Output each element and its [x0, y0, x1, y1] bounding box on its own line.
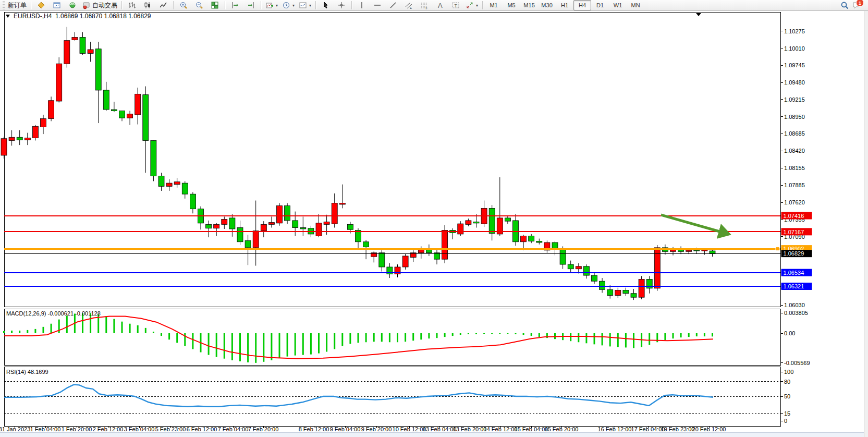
rsi-axis-label: 100	[784, 369, 793, 375]
candle-body	[25, 138, 30, 140]
chart-window[interactable]: 1.102751.100101.097451.094801.092151.089…	[0, 11, 868, 437]
text-label-icon[interactable]: T	[448, 0, 463, 10]
timeframe-d1[interactable]: D1	[591, 0, 609, 10]
line-chart-icon[interactable]	[155, 0, 171, 10]
timeframe-h1[interactable]: H1	[556, 0, 573, 10]
main-panel	[5, 13, 781, 307]
price-tag-label: 1.07167	[784, 229, 804, 235]
time-axis-label: 9 Feb 20:00	[361, 426, 392, 432]
time-axis-label: 1 Feb 20:00	[62, 426, 92, 432]
auto-scroll-icon[interactable]	[227, 0, 243, 10]
timeframe-m5[interactable]: M5	[503, 0, 520, 10]
rsi-axis-label: 0	[784, 418, 787, 424]
history-center-icon[interactable]	[33, 0, 49, 10]
arrows-icon	[466, 1, 474, 9]
time-axis-label: 15 Feb 20:00	[545, 426, 579, 432]
time-axis-label: 14 Feb 12:00	[484, 426, 518, 432]
autotrade-button[interactable]: 自动交易	[80, 0, 119, 10]
zoom-out-icon[interactable]	[191, 0, 207, 10]
timeframe-h4[interactable]: H4	[573, 0, 591, 10]
trendline-icon[interactable]	[385, 0, 401, 10]
charts-window-icon[interactable]	[49, 0, 65, 10]
timeframe-w1[interactable]: W1	[609, 0, 627, 10]
candle-body	[41, 118, 46, 127]
price-tag-label: 1.06829	[784, 250, 804, 257]
crosshair-icon	[337, 1, 346, 9]
period-icon	[282, 1, 290, 9]
tile-windows-icon	[211, 1, 219, 9]
bar-chart-icon[interactable]	[124, 0, 140, 10]
price-axis-label: 1.08950	[784, 114, 805, 120]
text-icon: A	[436, 1, 444, 9]
time-axis-label: 5 Feb 23:00	[155, 426, 186, 432]
zoom-out-icon	[195, 1, 203, 9]
timeframe-mn[interactable]: MN	[627, 0, 644, 10]
time-axis-label: 15 Feb 04:00	[515, 426, 548, 432]
candle-body	[686, 250, 692, 251]
notifications-button[interactable]: 1	[852, 1, 861, 9]
candle-body	[694, 250, 700, 251]
macd-panel	[5, 309, 781, 366]
chart-shift-icon[interactable]	[243, 0, 259, 10]
candle-body	[332, 203, 337, 224]
time-axis-label: 19 Feb 23:00	[661, 426, 695, 432]
search-icon	[840, 1, 849, 9]
timeframe-m1[interactable]: M1	[485, 0, 503, 10]
chevron-down-icon: ▾	[309, 3, 311, 8]
search-button[interactable]	[837, 0, 852, 10]
bar-chart-icon	[128, 1, 136, 9]
candle-body	[1, 139, 7, 155]
text-icon[interactable]: A	[432, 0, 448, 10]
timeframe-m15[interactable]: M15	[520, 0, 538, 10]
zoom-in-icon	[179, 1, 188, 9]
candle-body	[489, 208, 495, 233]
fibonacci-icon[interactable]: F	[417, 0, 432, 10]
price-axis-label: 1.08155	[784, 165, 805, 171]
candle-body	[88, 50, 93, 53]
trendline-icon	[389, 1, 397, 9]
candle-body	[214, 224, 219, 228]
template-icon[interactable]: ▾	[297, 0, 313, 10]
horizontal-line-icon[interactable]	[370, 0, 385, 10]
cursor-icon[interactable]	[318, 0, 334, 10]
price-axis-label: 1.09745	[784, 62, 805, 68]
candle-body	[576, 266, 581, 269]
arrows-icon[interactable]: ▾	[463, 0, 480, 10]
candle-body	[135, 94, 141, 115]
tile-windows-icon[interactable]	[207, 0, 223, 10]
new-order-button[interactable]: 新订单	[6, 0, 29, 10]
time-axis-label: 7 Feb 20:00	[248, 426, 279, 432]
rsi-axis-label: 80	[784, 379, 790, 385]
candle-body	[607, 289, 613, 295]
time-axis-label: 16 Feb 12:00	[598, 426, 632, 432]
candle-body	[80, 37, 85, 53]
line-chart-icon	[159, 1, 167, 9]
indicators-icon[interactable]: ▾	[263, 0, 280, 10]
vertical-line-icon[interactable]	[354, 0, 370, 10]
chart-canvas[interactable]: 1.102751.100101.097451.094801.092151.089…	[0, 11, 868, 437]
candle-body	[631, 294, 637, 297]
candle-body	[292, 221, 298, 228]
channel-icon[interactable]: E	[401, 0, 417, 10]
crosshair-icon[interactable]	[334, 0, 349, 10]
market-watch-icon[interactable]	[65, 0, 80, 10]
timeframe-m30[interactable]: M30	[538, 0, 556, 10]
candle-body	[568, 264, 573, 269]
charts-window-icon	[53, 1, 61, 9]
zoom-in-icon[interactable]	[176, 0, 191, 10]
candle-body	[426, 250, 432, 253]
candle-body	[17, 137, 22, 140]
chevron-down-icon: ▾	[476, 3, 478, 8]
price-axis-label: 1.09480	[784, 79, 805, 86]
svg-text:T: T	[455, 3, 458, 8]
time-axis-label: 13 Feb 20:00	[453, 426, 487, 432]
candle-body	[639, 280, 644, 298]
candle-body	[379, 253, 385, 267]
candle-body	[623, 290, 629, 294]
candle-body	[710, 251, 715, 253]
time-axis-label: 31 Jan 2023	[0, 426, 30, 432]
period-icon[interactable]: ▾	[280, 0, 297, 10]
candle-chart-icon[interactable]	[140, 0, 155, 10]
toolbar-button-label: 新订单	[8, 1, 27, 10]
indicators-icon	[265, 1, 274, 9]
